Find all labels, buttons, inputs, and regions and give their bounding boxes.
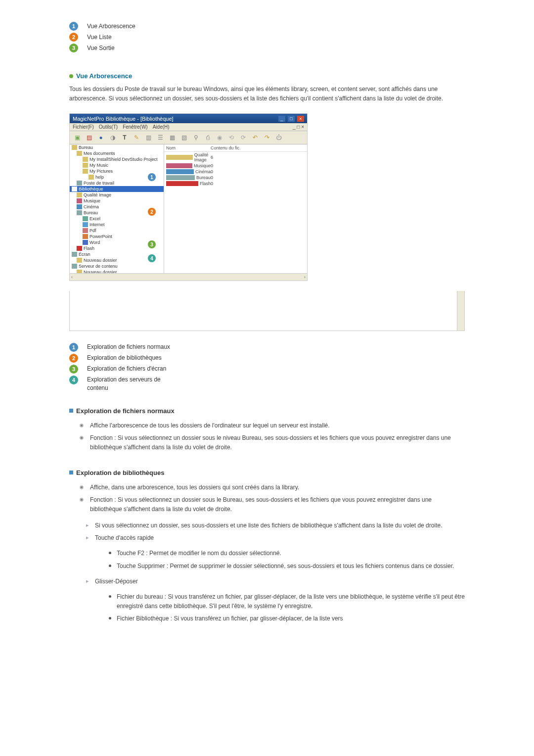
list-sub1: Affiche l'arborescence de tous les dossi…	[79, 420, 465, 454]
legend-item: 3Exploration de fichiers d'écran	[69, 365, 465, 374]
tree-node[interactable]: Excel	[70, 216, 164, 222]
tool-icon[interactable]: ▧	[179, 133, 188, 142]
tree-node[interactable]: My InstallShield DevStudio Project	[70, 156, 164, 162]
tool-icon[interactable]: ▦	[168, 133, 177, 142]
menu-item[interactable]: Outils(T)	[99, 124, 118, 130]
tree-label: Bureau	[84, 210, 98, 215]
folder-icon	[83, 234, 88, 239]
tree-node[interactable]: Bureau	[70, 144, 164, 150]
tool-icon[interactable]: ⟳	[239, 133, 248, 142]
list-row[interactable]: Flash0	[164, 181, 307, 187]
file-icon	[166, 175, 195, 180]
tree-label: Cinéma	[84, 204, 99, 209]
tree-node[interactable]: Bibliothèque	[70, 186, 164, 192]
close-icon[interactable]: ×	[297, 116, 304, 122]
tree-node[interactable]: Poste de travail	[70, 180, 164, 186]
legend-item: 2Vue Liste	[69, 33, 465, 42]
screenshot-window: MagicNetPro Bibliothèque - [Bibliothèque…	[69, 113, 308, 281]
legend-label: Vue Liste	[87, 34, 112, 41]
tree-node[interactable]: Qualité Image	[70, 192, 164, 198]
tree-node[interactable]: My Music	[70, 162, 164, 168]
tool-icon[interactable]: ◑	[108, 133, 117, 142]
menu-item[interactable]: Fenêtre(W)	[123, 124, 148, 130]
tool-icon[interactable]: ↷	[263, 133, 271, 142]
folder-icon	[72, 264, 77, 269]
tool-icon[interactable]: ⟲	[227, 133, 236, 142]
row-value: 0	[211, 163, 213, 168]
tree-node[interactable]: Serveur de contenu	[70, 263, 164, 269]
tree-label: Qualité Image	[84, 192, 111, 197]
row-name: Bureau	[196, 175, 211, 180]
list-item: Fonction : Si vous sélectionnez un dossi…	[79, 494, 465, 516]
tree-label: Internet	[89, 222, 105, 227]
tree-label: Bibliothèque	[79, 187, 103, 191]
tree-node[interactable]: PowerPoint	[70, 234, 164, 239]
intro-text: Tous les dossiers du Poste de travail su…	[69, 85, 465, 103]
window-title: MagicNetPro Bibliothèque - [Bibliothèque…	[73, 116, 174, 122]
row-name: Flash	[200, 181, 211, 186]
tool-icon[interactable]: ☰	[156, 133, 165, 142]
tree-node[interactable]: Musique	[70, 198, 164, 204]
list-row[interactable]: Cinéma0	[164, 169, 307, 175]
tree-node[interactable]: Nouveau dossier	[70, 269, 164, 273]
tool-icon[interactable]: ↶	[251, 133, 260, 142]
tool-icon[interactable]: ⏻	[274, 133, 283, 142]
tool-icon[interactable]: T	[120, 133, 129, 142]
list-row[interactable]: Musique0	[164, 163, 307, 169]
tool-icon[interactable]: ✎	[132, 133, 141, 142]
legend-label: Exploration de fichiers d'écran	[87, 365, 166, 373]
list-row[interactable]: Qualité Image6	[164, 152, 307, 163]
legend-item: 2Exploration de bibliothèques	[69, 354, 465, 363]
output-pane	[69, 291, 465, 331]
tool-icon[interactable]: ▤	[85, 133, 93, 142]
scrollbar-horizontal[interactable]: ‹›	[70, 273, 307, 281]
list-item: Glisser-Déposer	[86, 575, 465, 588]
list-row[interactable]: Bureau0	[164, 175, 307, 181]
tool-icon[interactable]: ⚲	[191, 133, 200, 142]
toolbar: ▣ ▤ ● ◑ T ✎ ▥ ☰ ▦ ▧ ⚲ ⎙ ◉ ⟲ ⟳ ↶ ↷ ⏻	[70, 131, 307, 144]
number-badge: 4	[69, 376, 78, 384]
folder-icon	[77, 246, 82, 251]
tree-pane[interactable]: BureauMes documentsMy InstallShield DevS…	[70, 144, 164, 273]
tool-icon[interactable]: ●	[96, 133, 105, 142]
tool-icon[interactable]: ▥	[144, 133, 153, 142]
legend-label: Exploration de bibliothèques	[87, 354, 162, 362]
legend-item: 1Vue Arborescence	[69, 22, 465, 31]
square-icon	[69, 409, 73, 413]
tree-node[interactable]: Pdf	[70, 228, 164, 234]
folder-icon	[77, 270, 82, 273]
folder-icon	[72, 252, 77, 257]
sub-exploration-bibliotheques: Exploration de bibliothèques	[69, 469, 465, 476]
inner-window-controls[interactable]: _ □ ×	[293, 124, 304, 130]
list-item: Fichier du bureau : Si vous transférez u…	[109, 591, 465, 613]
folder-icon	[77, 258, 82, 263]
tree-label: Word	[89, 240, 100, 245]
list-sub2-tri2: Glisser-Déposer	[86, 575, 465, 588]
row-value: 0	[211, 181, 213, 186]
menu-item[interactable]: Aide(H)	[153, 124, 170, 130]
minimize-icon[interactable]: _	[278, 116, 285, 122]
list-item: Affiche l'arborescence de tous les dossi…	[79, 420, 465, 432]
list-header: Nom Contenu du fic.	[164, 144, 307, 152]
tree-node[interactable]: Mes documents	[70, 150, 164, 156]
menu-item[interactable]: Fichier(F)	[73, 124, 94, 130]
row-name: Cinéma	[195, 169, 211, 174]
file-icon	[166, 169, 194, 174]
tree-label: My Music	[89, 163, 108, 168]
maximize-icon[interactable]: □	[288, 116, 295, 122]
list-item: Touche F2 : Permet de modifier le nom du…	[109, 547, 465, 560]
sub-exploration-fichiers-normaux: Exploration de fichiers normaux	[69, 407, 465, 415]
tree-label: Poste de travail	[84, 181, 114, 186]
row-value: 0	[211, 169, 213, 174]
number-badge: 1	[69, 343, 78, 352]
list-item: Touche d'accès rapide	[86, 532, 465, 544]
folder-icon	[89, 175, 94, 180]
folder-icon	[77, 210, 82, 215]
tree-node[interactable]: Internet	[70, 222, 164, 228]
tool-icon[interactable]: ◉	[215, 133, 224, 142]
file-icon	[166, 181, 198, 186]
list-pane[interactable]: Nom Contenu du fic. Qualité Image6Musiqu…	[164, 144, 307, 273]
number-badge: 2	[69, 354, 78, 363]
tool-icon[interactable]: ▣	[73, 133, 82, 142]
tool-icon[interactable]: ⎙	[203, 133, 212, 142]
